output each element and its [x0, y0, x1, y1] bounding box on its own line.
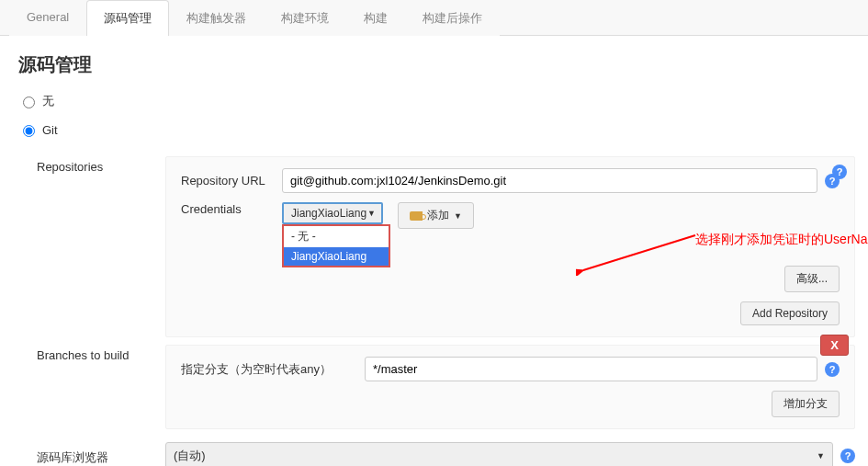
- repositories-block: Repositories ? Repository URL ? Credenti…: [0, 153, 868, 341]
- add-credentials-button[interactable]: 添加 ▼: [398, 202, 474, 229]
- repo-browser-value: (自动): [174, 449, 206, 462]
- radio-none-label: 无: [42, 93, 54, 109]
- tab-postbuild[interactable]: 构建后操作: [405, 0, 500, 36]
- add-repository-button[interactable]: Add Repository: [740, 301, 840, 325]
- key-icon: [410, 211, 423, 221]
- repo-url-input[interactable]: [282, 168, 817, 193]
- repo-browser-label: 源码库浏览器: [37, 446, 165, 466]
- section-title: 源码管理: [0, 36, 868, 86]
- add-branch-button[interactable]: 增加分支: [772, 391, 840, 417]
- help-icon[interactable]: ?: [840, 449, 855, 463]
- credentials-label: Credentials: [181, 202, 282, 216]
- tab-build[interactable]: 构建: [346, 0, 405, 36]
- radio-git[interactable]: [23, 125, 35, 137]
- credentials-option-user[interactable]: JiangXiaoLiang: [284, 247, 389, 266]
- tab-triggers[interactable]: 构建触发器: [169, 0, 264, 36]
- annotation-text: 选择刚才添加凭证时的UserName: [695, 232, 868, 248]
- tab-general[interactable]: General: [9, 0, 86, 36]
- credentials-selected-value: JiangXiaoLiang: [291, 207, 366, 220]
- radio-none[interactable]: [23, 97, 35, 108]
- credentials-option-none[interactable]: - 无 -: [284, 226, 389, 247]
- branches-label: Branches to build: [37, 345, 165, 429]
- repo-browser-block: 源码库浏览器 (自动) ▼ ?: [0, 433, 868, 466]
- chevron-down-icon: ▼: [817, 451, 825, 460]
- config-tabs: General 源码管理 构建触发器 构建环境 构建 构建后操作: [0, 0, 868, 36]
- scm-radio-group: 无 Git: [0, 86, 868, 153]
- repo-browser-select[interactable]: (自动) ▼: [165, 442, 833, 466]
- help-icon[interactable]: ?: [825, 362, 840, 377]
- repositories-label: Repositories: [37, 156, 165, 337]
- radio-git-label: Git: [42, 123, 58, 137]
- chevron-down-icon: ▼: [454, 211, 462, 221]
- credentials-dropdown: - 无 - JiangXiaoLiang: [282, 224, 390, 267]
- delete-branch-button[interactable]: X: [820, 335, 849, 356]
- credentials-select[interactable]: JiangXiaoLiang ▼: [282, 202, 383, 224]
- annotation-arrow: [576, 230, 705, 276]
- branch-specifier-input[interactable]: [365, 357, 817, 381]
- advanced-button[interactable]: 高级...: [784, 266, 840, 292]
- svg-line-1: [583, 235, 695, 270]
- add-credentials-label: 添加: [427, 208, 449, 223]
- branches-block: Branches to build X 指定分支（为空时代表any） ? 增加分…: [0, 341, 868, 433]
- repo-url-label: Repository URL: [181, 174, 282, 188]
- tab-scm[interactable]: 源码管理: [86, 0, 169, 36]
- help-icon[interactable]: ?: [825, 174, 840, 188]
- tab-environment[interactable]: 构建环境: [264, 0, 346, 36]
- branch-specifier-label: 指定分支（为空时代表any）: [181, 361, 365, 378]
- chevron-down-icon: ▼: [367, 209, 376, 218]
